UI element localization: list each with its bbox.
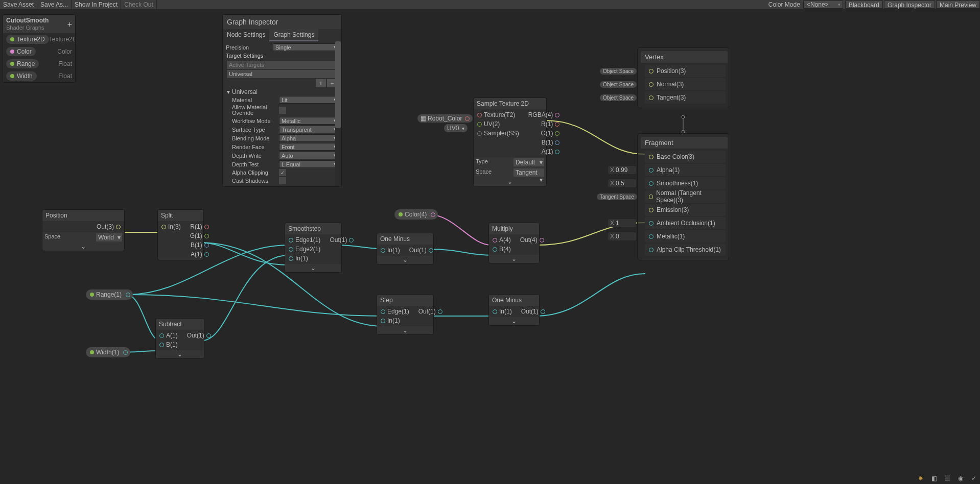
precision-dropdown[interactable]: Single — [273, 43, 338, 51]
save-as-button[interactable]: Save As... — [37, 0, 72, 9]
input-port[interactable]: In(1) — [491, 307, 514, 316]
basecolor-slot[interactable]: Base Color(3) — [645, 151, 726, 163]
eye-icon[interactable]: ◉ — [956, 474, 965, 482]
output-port[interactable]: R(1) — [189, 222, 211, 231]
alpha-clip-slot[interactable]: Alpha Clip Threshold(1) — [645, 244, 726, 256]
input-port[interactable]: In(3) — [160, 222, 182, 231]
render-face-dropdown[interactable]: Front — [279, 143, 338, 151]
blackboard-item[interactable]: Color Color — [3, 45, 75, 58]
metallic-slot[interactable]: Metallic(1) — [645, 230, 726, 243]
output-port[interactable]: Out(1) — [328, 235, 355, 245]
main-preview-toggle[interactable]: Main Preview — [936, 1, 980, 9]
material-dropdown[interactable]: Lit — [279, 96, 338, 104]
vertex-stack[interactable]: Vertex Object Space Position(3) Object S… — [637, 47, 729, 108]
input-port[interactable]: In(1) — [379, 316, 411, 325]
cast-shadows-checkbox[interactable] — [279, 177, 286, 184]
normal-slot[interactable]: Normal (Tangent Space)(3) — [645, 190, 726, 203]
multiply-node[interactable]: Multiply A(4) B(4) Out(4) — [488, 223, 540, 263]
vertex-normal-slot[interactable]: Normal(3) — [645, 78, 726, 90]
one-minus-node[interactable]: One Minus In(1) Out(1) — [488, 294, 540, 326]
workflow-dropdown[interactable]: Metallic — [279, 117, 338, 125]
width-property-pill[interactable]: Width(1) — [86, 347, 130, 357]
blackboard-add-button[interactable]: + — [67, 20, 72, 29]
output-port[interactable]: Out(3) — [95, 222, 122, 231]
collapse-button[interactable] — [489, 317, 539, 325]
input-port[interactable]: A(4) — [491, 235, 512, 245]
output-port[interactable]: B(1) — [527, 138, 562, 147]
collapse-button[interactable] — [285, 264, 341, 272]
output-port[interactable]: G(1) — [189, 231, 211, 240]
alpha-slot[interactable]: Alpha(1) — [645, 164, 726, 176]
cube-icon[interactable]: ◧ — [930, 474, 938, 482]
range-property-pill[interactable]: Range(1) — [86, 289, 133, 300]
input-port[interactable]: UV(2) — [476, 119, 521, 129]
input-port[interactable]: B(4) — [491, 245, 512, 254]
collapse-button[interactable] — [42, 243, 124, 251]
smoothness-slot[interactable]: Smoothness(1) — [645, 177, 726, 189]
allow-override-checkbox[interactable] — [279, 107, 286, 114]
step-node[interactable]: Step Edge(1) In(1) Out(1) — [377, 294, 434, 335]
blending-dropdown[interactable]: Alpha — [279, 134, 338, 142]
alpha-x-field[interactable]: X0.99 — [608, 166, 636, 174]
position-node[interactable]: Position Out(3) Space World▾ — [42, 209, 125, 251]
output-port[interactable]: Out(1) — [408, 246, 435, 255]
collapse-button[interactable] — [156, 350, 204, 358]
one-minus-node[interactable]: One Minus In(1) Out(1) — [377, 233, 434, 264]
save-asset-button[interactable]: Save Asset — [0, 0, 37, 9]
input-port[interactable]: B(1) — [158, 340, 179, 349]
collapse-button[interactable] — [489, 255, 539, 263]
sample-texture-2d-node[interactable]: ▦Robot_Color UV0 ▾ Sample Texture 2D Tex… — [473, 98, 547, 186]
ao-slot[interactable]: Ambient Occlusion(1) — [645, 217, 726, 229]
color-property-pill[interactable]: Color(4) — [394, 209, 438, 220]
input-port[interactable]: Sampler(SS) — [476, 129, 521, 138]
collapse-button[interactable] — [474, 178, 546, 186]
target-item[interactable]: Universal — [227, 70, 337, 78]
subtract-node[interactable]: Subtract A(1) B(1) Out(1) — [155, 318, 204, 359]
input-port[interactable]: A(1) — [158, 331, 179, 340]
surface-dropdown[interactable]: Transparent — [279, 126, 338, 133]
color-mode-dropdown[interactable]: <None> — [803, 1, 843, 9]
space-dropdown[interactable]: Tangent▾ — [514, 168, 544, 177]
input-port[interactable]: In(1) — [379, 246, 402, 255]
output-port[interactable]: B(1) — [189, 240, 211, 250]
output-port[interactable]: G(1) — [527, 129, 562, 138]
output-port[interactable]: Out(1) — [520, 307, 547, 316]
input-port[interactable]: Edge2(1) — [287, 245, 322, 254]
output-port[interactable]: Out(1) — [417, 307, 444, 316]
tab-node-settings[interactable]: Node Settings — [223, 29, 269, 41]
output-port[interactable]: Out(1) — [185, 331, 213, 340]
alpha-clipping-checkbox[interactable]: ✓ — [279, 169, 286, 176]
check-circle-icon[interactable]: ✓ — [970, 474, 978, 482]
input-port[interactable]: Edge(1) — [379, 307, 411, 316]
smoothness-x-field[interactable]: X0.5 — [608, 179, 636, 187]
type-dropdown[interactable]: Default▾ — [514, 158, 544, 166]
blackboard[interactable]: CutoutSmooth Shader Graphs + Texture2D T… — [3, 14, 76, 83]
output-port[interactable]: A(1) — [527, 147, 562, 156]
fragment-stack[interactable]: Fragment Base Color(3) X0.99 Alpha(1) X0… — [637, 133, 729, 260]
show-in-project-button[interactable]: Show In Project — [72, 0, 121, 9]
uv-property-pill[interactable]: UV0 ▾ — [444, 124, 468, 132]
depth-test-dropdown[interactable]: L Equal — [279, 160, 338, 168]
depth-write-dropdown[interactable]: Auto — [279, 152, 338, 159]
foldout-universal[interactable]: ▾Universal — [227, 88, 341, 95]
graph-inspector-toggle[interactable]: Graph Inspector — [884, 1, 935, 9]
blackboard-item[interactable]: Texture2D Texture2D — [3, 33, 75, 45]
vertex-position-slot[interactable]: Position(3) — [645, 65, 726, 77]
graph-canvas[interactable]: CutoutSmooth Shader Graphs + Texture2D T… — [0, 9, 980, 484]
output-port[interactable]: RGBA(4) — [527, 110, 562, 119]
vertex-tangent-slot[interactable]: Tangent(3) — [645, 91, 726, 104]
blackboard-toggle[interactable]: Blackboard — [845, 1, 883, 9]
collapse-button[interactable] — [377, 326, 433, 334]
bug-icon[interactable]: ✸ — [917, 474, 925, 482]
metallic-x-field[interactable]: X0 — [608, 232, 636, 240]
output-port[interactable]: A(1) — [189, 250, 211, 259]
input-port[interactable]: Edge1(1) — [287, 235, 322, 245]
emission-slot[interactable]: Emission(3) — [645, 204, 726, 216]
collapse-button[interactable] — [377, 256, 433, 264]
split-node[interactable]: Split In(3) R(1) G(1) B(1) A(1) — [157, 209, 204, 260]
output-port[interactable]: R(1) — [527, 119, 562, 129]
inspector-scrollbar[interactable] — [335, 41, 341, 186]
ao-x-field[interactable]: X1 — [608, 219, 636, 227]
blackboard-item[interactable]: Range Float — [3, 58, 75, 70]
add-target-button[interactable]: + — [316, 79, 326, 87]
